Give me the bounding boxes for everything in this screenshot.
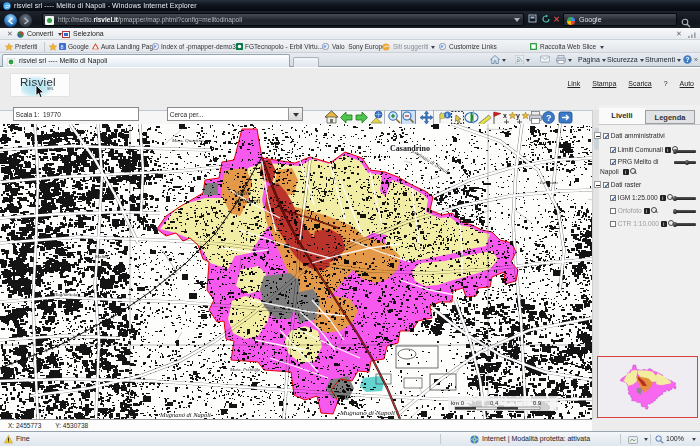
svg-text:8: 8 <box>61 44 64 50</box>
svg-text:?: ? <box>546 113 552 123</box>
svg-text:e: e <box>324 43 327 49</box>
svg-text:e: e <box>441 43 444 49</box>
svg-text:0.9: 0.9 <box>533 400 542 406</box>
svg-text:x: x <box>503 112 507 119</box>
svg-text:Mass. Quartino: Mass. Quartino <box>171 138 204 143</box>
svg-text:Melito: Melito <box>233 189 252 196</box>
svg-text:km 0: km 0 <box>451 400 465 406</box>
svg-text:0.4: 0.4 <box>490 400 499 406</box>
svg-text:Melito: Melito <box>94 254 109 259</box>
svg-text:Mass. Principe: Mass. Principe <box>229 367 261 372</box>
svg-text:Mugnano di Napoli: Mugnano di Napoli <box>339 409 395 417</box>
svg-text:Lavinaio: Lavinaio <box>539 180 558 185</box>
svg-text:?: ? <box>686 55 690 62</box>
svg-text:Casandrino: Casandrino <box>390 144 430 153</box>
svg-text:Mugnano di Napoli: Mugnano di Napoli <box>159 411 211 418</box>
svg-text:e: e <box>154 43 157 49</box>
svg-text:Taglientola: Taglientola <box>55 292 78 297</box>
svg-text:y: y <box>516 112 520 120</box>
svg-text:di Napoli: di Napoli <box>236 197 261 204</box>
